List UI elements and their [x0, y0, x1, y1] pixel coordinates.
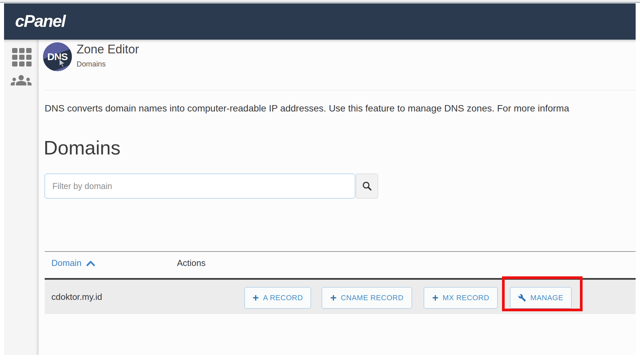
sort-ascending-icon	[86, 260, 95, 266]
add-a-record-button[interactable]: + A RECORD	[244, 287, 311, 309]
filter-domain-input[interactable]	[45, 174, 355, 198]
manage-label: MANAGE	[530, 293, 563, 302]
add-cname-record-button[interactable]: + CNAME RECORD	[322, 287, 412, 309]
cpanel-logo: cPanel	[15, 11, 65, 31]
apps-grid-icon[interactable]	[12, 48, 32, 66]
domain-name: cdoktor.my.id	[51, 292, 102, 302]
feature-description: DNS converts domain names into computer-…	[45, 103, 569, 114]
cname-record-label: CNAME RECORD	[341, 293, 404, 302]
page-subtitle: Domains	[77, 60, 106, 69]
wrench-icon	[518, 294, 526, 302]
domains-section-heading: Domains	[44, 136, 121, 159]
column-header-actions: Actions	[177, 258, 205, 268]
mx-record-label: MX RECORD	[443, 293, 489, 302]
domain-header-label: Domain	[51, 258, 82, 268]
page-title: Zone Editor	[77, 42, 139, 56]
window-top-edge	[0, 0, 640, 3]
cursor-arrow-icon	[57, 58, 67, 68]
search-icon	[362, 181, 372, 191]
table-row: cdoktor.my.id + A RECORD + CNAME RECORD …	[45, 280, 636, 314]
main-content: DNS Zone Editor Domains DNS converts dom…	[39, 40, 636, 355]
app-header-bar: cPanel	[4, 3, 636, 40]
sidebar	[4, 40, 39, 355]
manage-button[interactable]: MANAGE	[510, 287, 572, 309]
add-mx-record-button[interactable]: + MX RECORD	[424, 287, 498, 309]
table-top-border	[45, 251, 636, 252]
search-button[interactable]	[356, 174, 378, 198]
zone-editor-dns-icon: DNS	[43, 42, 72, 71]
header-divider	[45, 90, 636, 90]
a-record-label: A RECORD	[263, 293, 303, 302]
user-group-icon[interactable]	[10, 70, 32, 92]
column-header-domain[interactable]: Domain	[51, 258, 95, 268]
